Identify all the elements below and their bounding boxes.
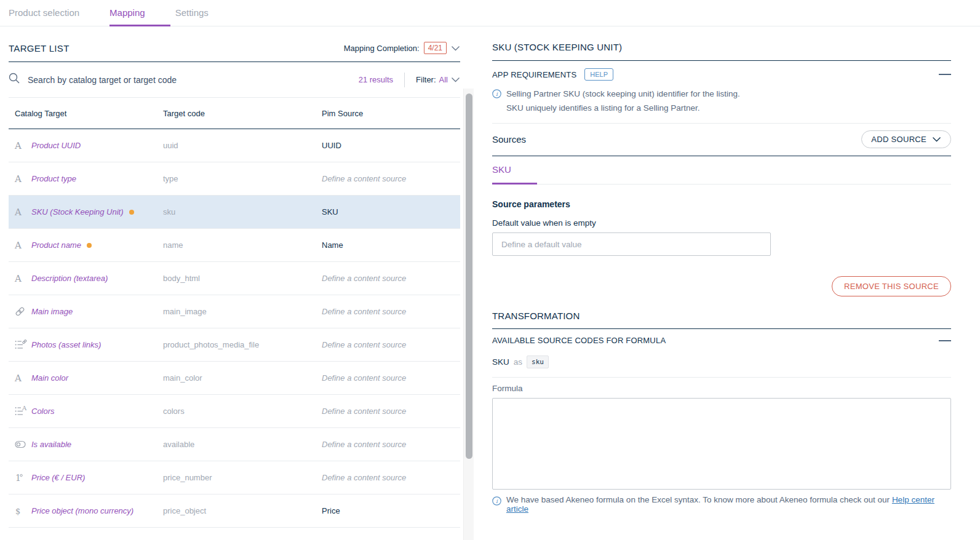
requirement-line-2: SKU uniquely identifies a listing for a …: [492, 102, 951, 114]
search-input[interactable]: [28, 75, 359, 85]
svg-text:A: A: [22, 406, 27, 411]
filter-value: All: [439, 75, 448, 84]
target-code: available: [163, 440, 322, 449]
number-icon: 1: [15, 472, 31, 483]
svg-text:i: i: [496, 498, 498, 504]
incomplete-dot: [129, 210, 134, 215]
text-attribute-icon: A: [15, 207, 31, 217]
catalog-target-label: Description (textarea): [31, 274, 163, 283]
target-code: body_html: [163, 274, 322, 283]
scrollbar-thumb[interactable]: [466, 93, 472, 459]
table-row[interactable]: A Description (textarea) body_html Defin…: [9, 262, 460, 295]
formula-help-text: We have based Akeneo formula on the Exce…: [506, 495, 951, 514]
source-tab-sku[interactable]: SKU: [492, 156, 537, 185]
add-source-button[interactable]: ADD SOURCE: [861, 130, 951, 148]
table-row[interactable]: Photos (asset links) product_photos_medi…: [9, 328, 460, 362]
text-attribute-icon: A: [15, 141, 31, 151]
remove-source-button[interactable]: REMOVE THIS SOURCE: [832, 276, 951, 296]
target-list-panel: TARGET LIST Mapping Completion: 4/21 21 …: [0, 26, 477, 540]
pim-source: Define a content source: [322, 440, 460, 449]
target-code: price_object: [163, 506, 322, 515]
target-code: uuid: [163, 141, 322, 150]
divider: [404, 73, 405, 87]
text-attribute-icon: A: [15, 274, 31, 284]
requirement-line-1: Selling Partner SKU (stock keeping unit)…: [506, 88, 740, 100]
table-row[interactable]: $ Price object (mono currency) price_obj…: [9, 494, 460, 528]
catalog-target-label: Is available: [31, 440, 163, 449]
pim-source: Define a content source: [322, 473, 460, 482]
target-code: type: [163, 174, 322, 183]
search-icon: [9, 73, 20, 87]
source-code-chip: sku: [527, 355, 549, 368]
list-text-icon: A: [15, 406, 31, 416]
table-row[interactable]: A Product name name Name: [9, 229, 460, 262]
target-code: product_photos_media_file: [163, 340, 322, 349]
vertical-scrollbar[interactable]: [463, 89, 474, 540]
sources-title: Sources: [492, 134, 526, 145]
source-parameters-title: Source parameters: [492, 199, 951, 209]
pim-source: Define a content source: [322, 340, 460, 349]
catalog-target-label: Price object (mono currency): [31, 506, 163, 515]
default-value-label: Default value when is empty: [492, 218, 951, 228]
pim-source: Define a content source: [322, 373, 460, 383]
tab-product-selection[interactable]: Product selection: [9, 7, 79, 26]
column-pim-source: Pim Source: [322, 109, 460, 118]
mapping-completion-label: Mapping Completion:: [344, 44, 420, 53]
source-name: SKU: [492, 357, 509, 367]
detail-title: SKU (STOCK KEEPING UNIT): [492, 26, 951, 61]
info-icon: i: [492, 88, 501, 102]
results-count: 21 results: [359, 75, 393, 84]
catalog-target-label: Colors: [31, 407, 163, 416]
table-row[interactable]: 1 Price (€ / EUR) price_number Define a …: [9, 461, 460, 494]
as-label: as: [514, 357, 522, 367]
catalog-target-label: Product name: [31, 240, 163, 250]
formula-textarea[interactable]: [492, 398, 951, 490]
target-table-body: A Product UUID uuid UUID A Product type …: [9, 129, 460, 528]
target-code: colors: [163, 407, 322, 416]
currency-icon: $: [15, 506, 31, 517]
filter-dropdown[interactable]: Filter: All: [416, 75, 460, 84]
column-catalog-target: Catalog Target: [15, 109, 163, 118]
target-code: name: [163, 240, 322, 250]
source-tabs: SKU: [492, 156, 951, 185]
transformation-title: TRANSFORMATION: [492, 311, 951, 329]
pim-source: Define a content source: [322, 307, 460, 316]
mapping-completion-badge: 4/21: [424, 42, 447, 54]
target-code: main_color: [163, 373, 322, 383]
available-codes-title: AVAILABLE SOURCE CODES FOR FORMULA: [492, 336, 666, 345]
svg-text:1: 1: [15, 473, 21, 483]
pim-source: UUID: [322, 141, 460, 150]
text-attribute-icon: A: [15, 240, 31, 250]
table-row[interactable]: Main image main_image Define a content s…: [9, 295, 460, 328]
pim-source: Define a content source: [322, 407, 460, 416]
tab-settings[interactable]: Settings: [175, 7, 209, 26]
collapse-minus-icon[interactable]: [939, 340, 951, 341]
table-row[interactable]: A Colors colors Define a content source: [9, 395, 460, 428]
top-tab-bar: Product selection Mapping Settings: [0, 0, 980, 26]
formula-label: Formula: [492, 384, 951, 393]
divider: [492, 377, 951, 378]
info-icon: i: [492, 495, 501, 507]
collapse-minus-icon[interactable]: [939, 74, 951, 75]
catalog-target-label: Main image: [31, 307, 163, 316]
chevron-down-icon[interactable]: [451, 44, 460, 53]
table-row[interactable]: A Main color main_color Define a content…: [9, 362, 460, 395]
target-list-title: TARGET LIST: [9, 43, 70, 54]
table-row[interactable]: A SKU (Stock Keeping Unit) sku SKU: [9, 196, 460, 229]
pim-source: Name: [322, 240, 460, 250]
table-row[interactable]: A Product UUID uuid UUID: [9, 129, 460, 162]
incomplete-dot: [87, 243, 92, 248]
catalog-target-label: SKU (Stock Keeping Unit): [31, 207, 163, 216]
pim-source: Define a content source: [322, 274, 460, 283]
table-row[interactable]: Is available available Define a content …: [9, 428, 460, 461]
table-header: Catalog Target Target code Pim Source: [9, 98, 460, 129]
toggle-icon: [15, 440, 31, 448]
table-row[interactable]: A Product type type Define a content sou…: [9, 162, 460, 196]
tab-mapping[interactable]: Mapping: [110, 7, 145, 26]
default-value-input[interactable]: [492, 232, 771, 256]
target-detail-panel: SKU (STOCK KEEPING UNIT) APP REQUIREMENT…: [477, 26, 980, 540]
help-badge[interactable]: HELP: [584, 68, 613, 81]
target-code: price_number: [163, 473, 322, 482]
filter-label: Filter:: [416, 75, 436, 84]
text-attribute-icon: A: [15, 174, 31, 184]
